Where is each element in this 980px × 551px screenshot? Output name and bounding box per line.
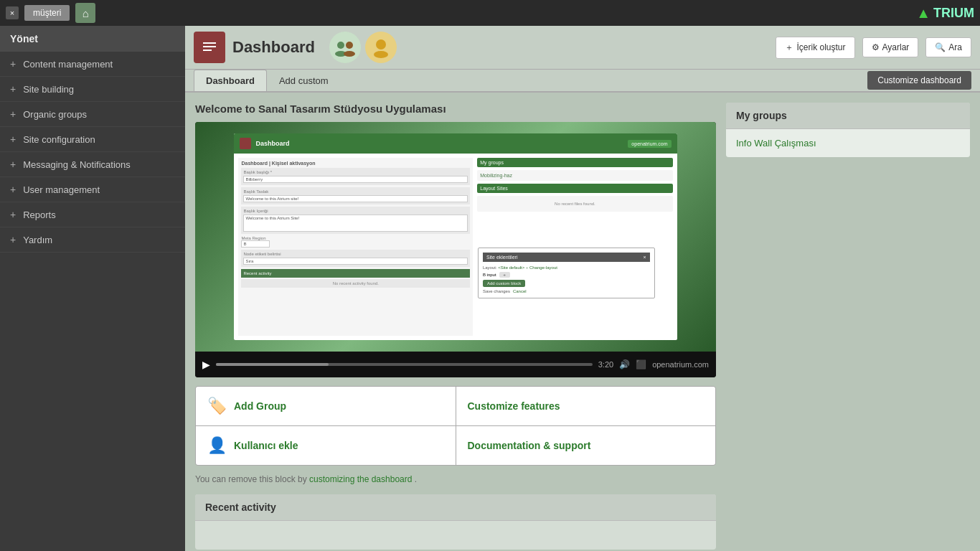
plus-icon: + <box>10 108 16 120</box>
home-button[interactable]: ⌂ <box>75 3 95 23</box>
sidebar-item-site-configuration[interactable]: +Site configuration <box>0 127 185 152</box>
documentation-link[interactable]: Documentation & support <box>468 440 591 451</box>
customize-features-card[interactable]: Customize features <box>456 387 716 425</box>
sidebar-item-content-management[interactable]: +Content management <box>0 52 185 77</box>
settings-button[interactable]: ⚙ Ayarlar <box>862 37 919 57</box>
inner-screen-header: Dashboard openatrium.com <box>234 133 677 154</box>
user-icons <box>329 32 397 63</box>
my-groups-header: My groups <box>726 103 970 129</box>
inner-layout-header: Layout Sites <box>477 184 672 193</box>
recent-activity: Recent activity <box>195 494 716 550</box>
action-cards: 🏷️ Add Group Customize features 👤 Kullan… <box>195 386 716 466</box>
brand-logo: ▲ TRIUM <box>916 5 974 22</box>
right-panel: My groups Info Wall Çalışması <box>726 103 970 541</box>
svg-point-8 <box>376 39 386 50</box>
plus-icon: + <box>10 234 16 245</box>
create-content-label: İçerik oluştur <box>796 42 845 52</box>
plus-icon: + <box>10 184 16 195</box>
sidebar-item-organic-groups[interactable]: +Organic groups <box>0 102 185 127</box>
add-group-link[interactable]: Add Group <box>234 400 286 412</box>
svg-point-7 <box>344 51 355 57</box>
brand-name: TRIUM <box>933 6 974 21</box>
documentation-card[interactable]: Documentation & support <box>456 426 716 465</box>
tab-add-custom[interactable]: Add custom <box>267 70 341 91</box>
sidebar-item-label: Organic groups <box>23 109 87 120</box>
search-label: Ara <box>948 42 962 52</box>
video-container: Dashboard openatrium.com Dashboard | Kiş… <box>195 122 716 377</box>
inner-screen-left: Dashboard | Kişisel aktivasyon Başlık ba… <box>238 158 473 336</box>
video-preview: Dashboard openatrium.com Dashboard | Kiş… <box>195 122 716 352</box>
add-group-icon: 🏷️ <box>207 397 227 415</box>
kullanici-ekle-link[interactable]: Kullanıcı ekle <box>234 440 298 451</box>
svg-point-9 <box>374 51 388 58</box>
sidebar: Yönet +Content management+Site building+… <box>0 26 185 551</box>
settings-icon: ⚙ <box>872 42 880 52</box>
settings-label: Ayarlar <box>882 42 910 52</box>
create-content-button[interactable]: ＋ İçerik oluştur <box>776 37 854 59</box>
plus-icon: + <box>10 58 16 70</box>
close-button[interactable]: × <box>6 6 19 19</box>
welcome-title: Welcome to Sanal Tasarım Stüdyosu Uygula… <box>195 103 716 115</box>
sidebar-item-yardim[interactable]: +Yardım <box>0 227 185 253</box>
sidebar-item-site-building[interactable]: +Site building <box>0 77 185 102</box>
plus-icon: + <box>10 133 16 145</box>
vc-screen-icon[interactable]: ⬛ <box>636 359 646 369</box>
modal-header: Site eklentileri × <box>483 253 650 262</box>
sidebar-item-label: Reports <box>23 209 56 220</box>
modal-overlay: Site eklentileri × Layout: <Site default… <box>478 248 655 298</box>
vc-volume-icon[interactable]: 🔊 <box>619 359 630 369</box>
recent-activity-header: Recent activity <box>195 494 716 521</box>
sidebar-item-label: Content management <box>23 59 113 70</box>
inner-screen-body: Dashboard | Kişisel aktivasyon Başlık ba… <box>234 154 677 340</box>
info-wall-link[interactable]: Info Wall Çalışması <box>736 138 816 149</box>
video-controls: ▶ 3:20 🔊 ⬛ openatrium.com <box>195 352 716 377</box>
vc-bar-fill <box>216 363 329 366</box>
sidebar-item-label: Messaging & Notifications <box>23 159 131 170</box>
recent-activity-body <box>195 521 716 550</box>
svg-point-4 <box>337 42 344 49</box>
sidebar-item-messaging-notifications[interactable]: +Messaging & Notifications <box>0 152 185 177</box>
manage-header: Yönet <box>0 26 185 52</box>
topbar: × müşteri ⌂ ▲ TRIUM <box>0 0 980 26</box>
page-icon <box>194 32 225 63</box>
vc-progress-bar[interactable] <box>216 363 593 366</box>
sidebar-item-label: Yardım <box>23 235 52 245</box>
kullanici-ekle-card[interactable]: 👤 Kullanıcı ekle <box>196 426 456 465</box>
main-panel: Welcome to Sanal Tasarım Stüdyosu Uygula… <box>195 103 716 541</box>
sidebar-item-user-management[interactable]: +User management <box>0 177 185 202</box>
plus-icon: + <box>10 209 16 220</box>
my-groups-panel: My groups Info Wall Çalışması <box>726 103 970 157</box>
content-area: Welcome to Sanal Tasarım Stüdyosu Uygula… <box>185 93 980 551</box>
my-groups-body: Info Wall Çalışması <box>726 129 970 157</box>
user-icon-person <box>365 32 397 63</box>
page-title: Dashboard <box>232 38 315 57</box>
search-button[interactable]: 🔍 Ara <box>925 37 971 57</box>
plus-icon: + <box>10 159 16 170</box>
svg-point-5 <box>346 42 353 49</box>
plus-icon: + <box>10 83 16 95</box>
svg-rect-1 <box>203 42 216 44</box>
sidebar-item-label: User management <box>23 184 100 195</box>
user-icon-group <box>329 32 361 63</box>
vc-play-icon[interactable]: ▶ <box>202 359 210 370</box>
customize-features-link[interactable]: Customize features <box>468 400 560 412</box>
inner-mygroups: Mobilizing-haz <box>477 170 672 181</box>
sidebar-item-label: Site building <box>23 84 74 95</box>
customizing-link2[interactable]: customizing the dashboard <box>309 474 412 484</box>
search-icon: 🔍 <box>935 42 946 52</box>
kullanici-ekle-icon: 👤 <box>207 436 227 455</box>
add-group-card[interactable]: 🏷️ Add Group <box>196 387 456 425</box>
svg-rect-3 <box>203 50 212 51</box>
main-area: Dashboard <box>185 26 980 551</box>
vc-time: 3:20 <box>598 360 613 369</box>
remove-notice-end: . <box>415 474 417 484</box>
svg-rect-2 <box>203 46 216 47</box>
remove-notice-text: You can remove this block by <box>195 474 309 484</box>
header-bar: Dashboard <box>185 26 980 70</box>
sidebar-item-reports[interactable]: +Reports <box>0 202 185 227</box>
sidebar-item-label: Site configuration <box>23 134 95 145</box>
customize-dashboard-button[interactable]: Customize dashboard <box>867 71 971 90</box>
tab-dashboard[interactable]: Dashboard <box>194 70 267 91</box>
remove-notice: You can remove this block by customizing… <box>195 474 716 484</box>
tab-button[interactable]: müşteri <box>24 5 70 21</box>
